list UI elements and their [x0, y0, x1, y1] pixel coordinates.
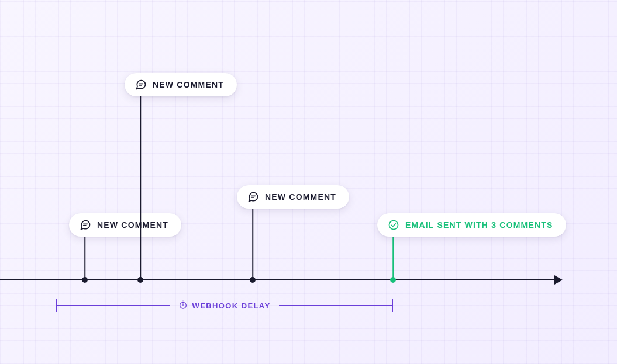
- event-stem: [140, 93, 141, 279]
- check-circle-icon: [388, 219, 399, 231]
- event-label: NEW COMMENT: [265, 192, 336, 202]
- event-pill-comment: NEW COMMENT: [237, 185, 349, 209]
- bracket-line: [279, 305, 392, 306]
- event-label: NEW COMMENT: [97, 220, 168, 230]
- bracket-cap: [392, 299, 394, 312]
- comment-icon: [247, 191, 259, 203]
- event-label: NEW COMMENT: [153, 80, 224, 89]
- event-stem: [252, 206, 253, 279]
- stopwatch-icon: [178, 300, 188, 311]
- event-stem: [392, 234, 394, 279]
- delay-label-text: WEBHOOK DELAY: [192, 301, 271, 310]
- event-dot: [390, 277, 396, 283]
- webhook-delay-bracket: WEBHOOK DELAY: [56, 299, 393, 312]
- event-pill-comment: NEW COMMENT: [69, 213, 181, 237]
- event-dot: [82, 277, 88, 283]
- delay-label-group: WEBHOOK DELAY: [170, 300, 279, 311]
- arrow-right-icon: [554, 275, 563, 285]
- bracket-line: [57, 305, 170, 306]
- event-label: EMAIL SENT WITH 3 COMMENTS: [405, 220, 553, 230]
- event-stem: [84, 234, 85, 279]
- event-dot: [137, 277, 143, 283]
- event-pill-comment: NEW COMMENT: [125, 73, 237, 96]
- event-dot: [250, 277, 256, 283]
- svg-point-6: [389, 221, 398, 230]
- event-pill-sent: EMAIL SENT WITH 3 COMMENTS: [377, 213, 566, 237]
- comment-icon: [80, 219, 91, 231]
- comment-icon: [135, 79, 147, 91]
